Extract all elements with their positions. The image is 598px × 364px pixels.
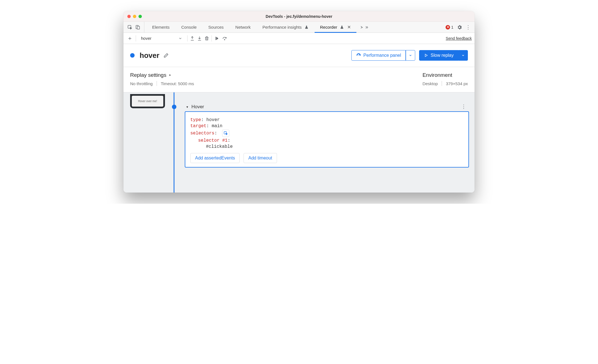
environment-device: Desktop	[422, 81, 438, 86]
step-header[interactable]: ▼ Hover	[185, 102, 469, 111]
tab-recorder[interactable]: Recorder ✕	[315, 22, 357, 33]
pick-selector-icon[interactable]	[222, 130, 229, 137]
chevron-down-icon	[409, 54, 412, 57]
settings-icon[interactable]	[457, 24, 462, 30]
tab-elements[interactable]: Elements	[147, 22, 175, 33]
recording-selector[interactable]: hover	[138, 36, 185, 41]
step-body: type: hover target: main selectors: sele…	[185, 111, 469, 168]
step-title: Hover	[191, 104, 204, 110]
error-badge[interactable]: ✕ 1	[446, 25, 453, 29]
step-kebab-menu[interactable]: ⋮	[461, 104, 466, 110]
device-toolbar-icon[interactable]	[135, 25, 140, 30]
export-icon[interactable]	[190, 36, 195, 41]
delete-icon[interactable]	[204, 36, 209, 41]
performance-panel-dropdown[interactable]	[406, 50, 415, 61]
step-over-icon[interactable]	[222, 36, 227, 41]
selector-value[interactable]: #clickable	[206, 144, 233, 149]
environment-size: 379×534 px	[446, 81, 468, 86]
performance-panel-button[interactable]: Performance panel	[351, 50, 406, 61]
chevron-right-icon	[169, 73, 171, 77]
target-key: target	[190, 124, 206, 129]
gauge-icon	[356, 53, 361, 58]
settings-row: Replay settings No throttling Timeout: 5…	[123, 67, 475, 92]
titlebar: DevTools - jec.fyi/demo/menu-hover	[123, 11, 475, 22]
beaker-icon	[340, 25, 344, 29]
recorder-toolbar: ＋ hover Send feedback	[123, 33, 475, 44]
tab-console[interactable]: Console	[176, 22, 202, 33]
close-tab-icon[interactable]: ✕	[347, 24, 351, 30]
chevron-down-icon	[178, 36, 182, 40]
beaker-icon	[305, 25, 308, 29]
devtools-window: DevTools - jec.fyi/demo/menu-hover Eleme…	[123, 11, 475, 193]
selector-label: selector #1	[198, 138, 228, 143]
timeout-value: Timeout: 5000 ms	[161, 81, 194, 86]
tab-sources[interactable]: Sources	[203, 22, 229, 33]
thumbnail-text: Hover over me!	[132, 96, 163, 107]
window-title: DevTools - jec.fyi/demo/menu-hover	[123, 14, 475, 19]
kebab-menu-icon[interactable]: ⋮	[466, 24, 471, 30]
send-feedback-link[interactable]: Send feedback	[446, 36, 472, 41]
recording-status-dot	[130, 53, 135, 58]
recording-header: hover Performance panel Slow replay	[123, 44, 475, 67]
new-recording-button[interactable]: ＋	[126, 35, 133, 42]
more-tabs-button[interactable]: »	[357, 22, 370, 33]
chevron-down-icon	[461, 54, 465, 57]
import-icon[interactable]	[197, 36, 202, 41]
type-value[interactable]: hover	[206, 117, 220, 122]
panel-tabbar: Elements Console Sources Network Perform…	[123, 22, 475, 33]
recording-title: hover	[140, 51, 159, 60]
svg-point-3	[224, 39, 225, 40]
add-asserted-events-button[interactable]: Add assertedEvents	[190, 153, 240, 163]
error-count: 1	[451, 25, 453, 29]
selectors-key: selectors	[190, 131, 214, 136]
target-value[interactable]: main	[212, 124, 222, 129]
step-thumbnail: Hover over me!	[130, 94, 165, 108]
expand-triangle-icon: ▼	[186, 105, 189, 109]
throttling-value: No throttling	[130, 81, 153, 86]
edit-title-icon[interactable]	[163, 53, 169, 58]
step-icon[interactable]	[214, 36, 220, 41]
play-icon	[424, 53, 428, 58]
slow-replay-button[interactable]: Slow replay	[419, 50, 458, 61]
add-timeout-button[interactable]: Add timeout	[244, 153, 277, 163]
inspect-element-icon[interactable]	[127, 25, 132, 30]
steps-area: Hover over me! ⋮ ▼ Hover type: hover tar…	[123, 92, 475, 193]
type-key: type	[190, 117, 201, 122]
replay-dropdown[interactable]	[458, 50, 468, 61]
svg-rect-2	[137, 26, 140, 29]
replay-settings-toggle[interactable]: Replay settings	[130, 72, 194, 78]
step-marker	[172, 105, 176, 109]
tab-network[interactable]: Network	[230, 22, 256, 33]
tab-performance-insights[interactable]: Performance insights	[257, 22, 314, 33]
environment-title: Environment	[422, 72, 468, 78]
error-icon: ✕	[446, 25, 450, 29]
